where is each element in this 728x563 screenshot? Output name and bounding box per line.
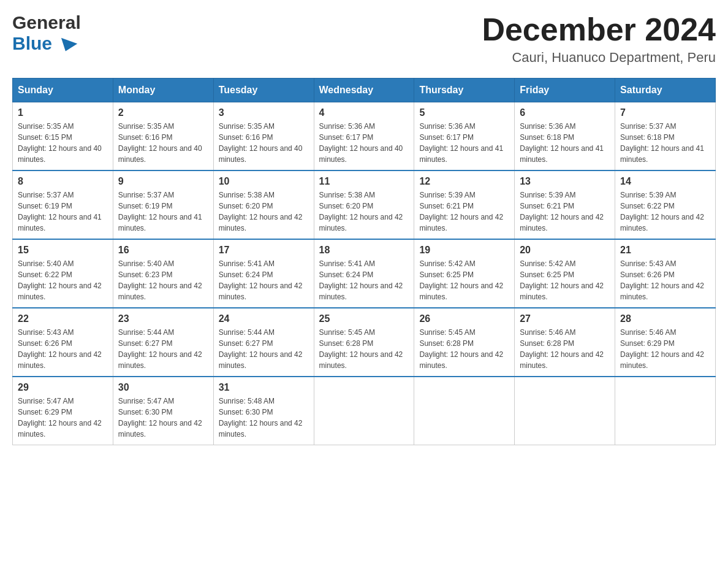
day-info: Sunrise: 5:35 AMSunset: 6:15 PMDaylight:…	[18, 121, 108, 165]
day-info: Sunrise: 5:44 AMSunset: 6:27 PMDaylight:…	[118, 327, 208, 371]
day-number: 20	[520, 245, 610, 256]
calendar-cell: 13Sunrise: 5:39 AMSunset: 6:21 PMDayligh…	[515, 170, 615, 239]
location-subtitle: Cauri, Huanuco Department, Peru	[482, 50, 716, 66]
calendar-cell: 20Sunrise: 5:42 AMSunset: 6:25 PMDayligh…	[515, 239, 615, 308]
calendar-cell: 23Sunrise: 5:44 AMSunset: 6:27 PMDayligh…	[113, 308, 213, 377]
day-number: 13	[520, 176, 610, 187]
calendar-cell	[615, 377, 716, 445]
day-info: Sunrise: 5:35 AMSunset: 6:16 PMDaylight:…	[219, 121, 309, 165]
logo-blue: Blue	[12, 33, 81, 54]
calendar-cell: 5Sunrise: 5:36 AMSunset: 6:17 PMDaylight…	[414, 102, 515, 171]
day-number: 9	[118, 176, 208, 187]
calendar-cell: 25Sunrise: 5:45 AMSunset: 6:28 PMDayligh…	[314, 308, 414, 377]
calendar-cell: 10Sunrise: 5:38 AMSunset: 6:20 PMDayligh…	[213, 170, 314, 239]
day-info: Sunrise: 5:40 AMSunset: 6:23 PMDaylight:…	[118, 258, 208, 302]
calendar-cell: 15Sunrise: 5:40 AMSunset: 6:22 PMDayligh…	[13, 239, 113, 308]
day-info: Sunrise: 5:39 AMSunset: 6:21 PMDaylight:…	[419, 190, 509, 234]
day-number: 5	[419, 107, 509, 118]
header-saturday: Saturday	[615, 79, 716, 102]
day-number: 27	[520, 313, 610, 324]
day-number: 25	[319, 313, 409, 324]
header-monday: Monday	[113, 79, 213, 102]
calendar-cell: 22Sunrise: 5:43 AMSunset: 6:26 PMDayligh…	[13, 308, 113, 377]
calendar-cell: 9Sunrise: 5:37 AMSunset: 6:19 PMDaylight…	[113, 170, 213, 239]
day-number: 8	[18, 176, 108, 187]
day-number: 3	[219, 107, 309, 118]
day-number: 11	[319, 176, 409, 187]
calendar-cell: 26Sunrise: 5:45 AMSunset: 6:28 PMDayligh…	[414, 308, 515, 377]
day-info: Sunrise: 5:40 AMSunset: 6:22 PMDaylight:…	[18, 258, 108, 302]
week-row-1: 1Sunrise: 5:35 AMSunset: 6:15 PMDaylight…	[13, 102, 716, 171]
header-sunday: Sunday	[13, 79, 113, 102]
day-number: 10	[219, 176, 309, 187]
day-number: 24	[219, 313, 309, 324]
calendar-cell: 3Sunrise: 5:35 AMSunset: 6:16 PMDaylight…	[213, 102, 314, 171]
calendar-cell: 27Sunrise: 5:46 AMSunset: 6:28 PMDayligh…	[515, 308, 615, 377]
calendar-table: SundayMondayTuesdayWednesdayThursdayFrid…	[12, 78, 716, 445]
calendar-cell: 1Sunrise: 5:35 AMSunset: 6:15 PMDaylight…	[13, 102, 113, 171]
day-number: 29	[18, 382, 108, 393]
day-info: Sunrise: 5:38 AMSunset: 6:20 PMDaylight:…	[219, 190, 309, 234]
calendar-cell: 18Sunrise: 5:41 AMSunset: 6:24 PMDayligh…	[314, 239, 414, 308]
day-info: Sunrise: 5:41 AMSunset: 6:24 PMDaylight:…	[319, 258, 409, 302]
calendar-cell: 11Sunrise: 5:38 AMSunset: 6:20 PMDayligh…	[314, 170, 414, 239]
calendar-cell	[314, 377, 414, 445]
logo-chevron-icon	[58, 38, 77, 54]
day-number: 26	[419, 313, 509, 324]
day-info: Sunrise: 5:38 AMSunset: 6:20 PMDaylight:…	[319, 190, 409, 234]
calendar-cell: 14Sunrise: 5:39 AMSunset: 6:22 PMDayligh…	[615, 170, 716, 239]
calendar-cell: 19Sunrise: 5:42 AMSunset: 6:25 PMDayligh…	[414, 239, 515, 308]
day-info: Sunrise: 5:37 AMSunset: 6:19 PMDaylight:…	[118, 190, 208, 234]
day-info: Sunrise: 5:45 AMSunset: 6:28 PMDaylight:…	[419, 327, 509, 371]
month-year-title: December 2024	[482, 12, 716, 47]
week-row-3: 15Sunrise: 5:40 AMSunset: 6:22 PMDayligh…	[13, 239, 716, 308]
day-info: Sunrise: 5:43 AMSunset: 6:26 PMDaylight:…	[620, 258, 710, 302]
day-number: 30	[118, 382, 208, 393]
calendar-cell: 16Sunrise: 5:40 AMSunset: 6:23 PMDayligh…	[113, 239, 213, 308]
day-info: Sunrise: 5:47 AMSunset: 6:30 PMDaylight:…	[118, 396, 208, 440]
day-info: Sunrise: 5:48 AMSunset: 6:30 PMDaylight:…	[219, 396, 309, 440]
day-number: 15	[18, 245, 108, 256]
day-info: Sunrise: 5:46 AMSunset: 6:29 PMDaylight:…	[620, 327, 710, 371]
day-number: 18	[319, 245, 409, 256]
week-row-5: 29Sunrise: 5:47 AMSunset: 6:29 PMDayligh…	[13, 377, 716, 445]
day-number: 23	[118, 313, 208, 324]
day-number: 14	[620, 176, 710, 187]
logo-general: General	[12, 12, 81, 33]
day-info: Sunrise: 5:37 AMSunset: 6:19 PMDaylight:…	[18, 190, 108, 234]
day-number: 7	[620, 107, 710, 118]
day-number: 4	[319, 107, 409, 118]
day-number: 1	[18, 107, 108, 118]
day-number: 22	[18, 313, 108, 324]
day-info: Sunrise: 5:44 AMSunset: 6:27 PMDaylight:…	[219, 327, 309, 371]
calendar-cell: 24Sunrise: 5:44 AMSunset: 6:27 PMDayligh…	[213, 308, 314, 377]
calendar-cell: 17Sunrise: 5:41 AMSunset: 6:24 PMDayligh…	[213, 239, 314, 308]
week-row-4: 22Sunrise: 5:43 AMSunset: 6:26 PMDayligh…	[13, 308, 716, 377]
calendar-cell: 21Sunrise: 5:43 AMSunset: 6:26 PMDayligh…	[615, 239, 716, 308]
day-info: Sunrise: 5:42 AMSunset: 6:25 PMDaylight:…	[520, 258, 610, 302]
calendar-cell: 8Sunrise: 5:37 AMSunset: 6:19 PMDaylight…	[13, 170, 113, 239]
calendar-cell: 6Sunrise: 5:36 AMSunset: 6:18 PMDaylight…	[515, 102, 615, 171]
calendar-cell: 7Sunrise: 5:37 AMSunset: 6:18 PMDaylight…	[615, 102, 716, 171]
day-number: 19	[419, 245, 509, 256]
header-tuesday: Tuesday	[213, 79, 314, 102]
day-info: Sunrise: 5:41 AMSunset: 6:24 PMDaylight:…	[219, 258, 309, 302]
calendar-cell: 29Sunrise: 5:47 AMSunset: 6:29 PMDayligh…	[13, 377, 113, 445]
day-number: 6	[520, 107, 610, 118]
day-number: 16	[118, 245, 208, 256]
day-info: Sunrise: 5:36 AMSunset: 6:17 PMDaylight:…	[419, 121, 509, 165]
calendar-cell: 28Sunrise: 5:46 AMSunset: 6:29 PMDayligh…	[615, 308, 716, 377]
day-info: Sunrise: 5:35 AMSunset: 6:16 PMDaylight:…	[118, 121, 208, 165]
calendar-cell: 4Sunrise: 5:36 AMSunset: 6:17 PMDaylight…	[314, 102, 414, 171]
header-friday: Friday	[515, 79, 615, 102]
calendar-cell: 2Sunrise: 5:35 AMSunset: 6:16 PMDaylight…	[113, 102, 213, 171]
calendar-cell	[515, 377, 615, 445]
day-number: 31	[219, 382, 309, 393]
day-info: Sunrise: 5:45 AMSunset: 6:28 PMDaylight:…	[319, 327, 409, 371]
calendar-cell: 30Sunrise: 5:47 AMSunset: 6:30 PMDayligh…	[113, 377, 213, 445]
week-row-2: 8Sunrise: 5:37 AMSunset: 6:19 PMDaylight…	[13, 170, 716, 239]
day-info: Sunrise: 5:39 AMSunset: 6:21 PMDaylight:…	[520, 190, 610, 234]
header-wednesday: Wednesday	[314, 79, 414, 102]
day-number: 21	[620, 245, 710, 256]
day-number: 2	[118, 107, 208, 118]
